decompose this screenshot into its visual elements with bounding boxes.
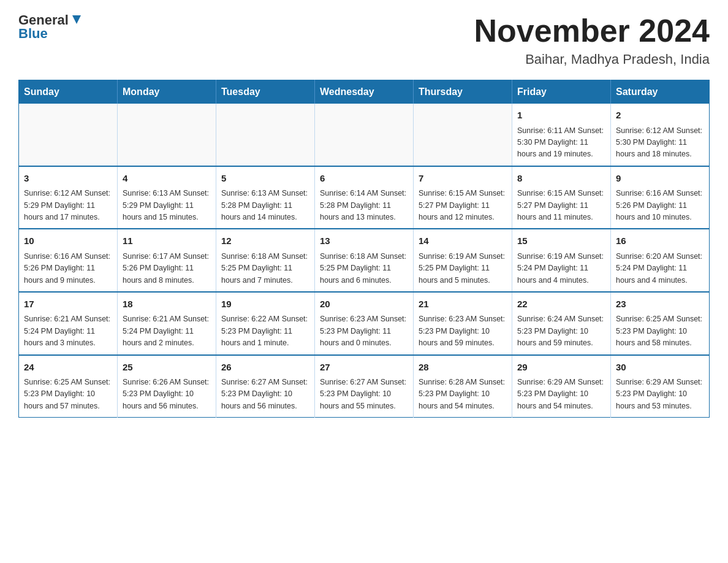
day-number: 3 xyxy=(24,172,112,186)
day-info: Sunrise: 6:25 AM Sunset: 5:23 PM Dayligh… xyxy=(616,313,704,349)
day-number: 4 xyxy=(123,172,211,186)
day-info: Sunrise: 6:24 AM Sunset: 5:23 PM Dayligh… xyxy=(517,313,605,349)
day-cell: 23Sunrise: 6:25 AM Sunset: 5:23 PM Dayli… xyxy=(611,292,710,355)
day-cell: 16Sunrise: 6:20 AM Sunset: 5:24 PM Dayli… xyxy=(611,229,710,292)
day-cell: 4Sunrise: 6:13 AM Sunset: 5:29 PM Daylig… xyxy=(118,166,216,229)
day-cell: 24Sunrise: 6:25 AM Sunset: 5:23 PM Dayli… xyxy=(19,355,118,418)
location-title: Baihar, Madhya Pradesh, India xyxy=(474,52,710,67)
calendar-table: SundayMondayTuesdayWednesdayThursdayFrid… xyxy=(18,80,710,418)
week-row-3: 10Sunrise: 6:16 AM Sunset: 5:26 PM Dayli… xyxy=(19,229,710,292)
day-info: Sunrise: 6:23 AM Sunset: 5:23 PM Dayligh… xyxy=(419,313,507,349)
month-title: November 2024 xyxy=(474,12,710,49)
day-info: Sunrise: 6:14 AM Sunset: 5:28 PM Dayligh… xyxy=(320,188,408,223)
day-cell: 8Sunrise: 6:15 AM Sunset: 5:27 PM Daylig… xyxy=(512,166,611,229)
day-number: 16 xyxy=(616,234,704,248)
day-cell: 5Sunrise: 6:13 AM Sunset: 5:28 PM Daylig… xyxy=(216,166,315,229)
day-info: Sunrise: 6:20 AM Sunset: 5:24 PM Dayligh… xyxy=(616,251,704,286)
day-cell: 30Sunrise: 6:29 AM Sunset: 5:23 PM Dayli… xyxy=(611,355,710,418)
header-saturday: Saturday xyxy=(611,80,710,104)
day-cell: 19Sunrise: 6:22 AM Sunset: 5:23 PM Dayli… xyxy=(216,292,315,355)
day-info: Sunrise: 6:19 AM Sunset: 5:25 PM Dayligh… xyxy=(419,251,507,286)
day-info: Sunrise: 6:11 AM Sunset: 5:30 PM Dayligh… xyxy=(517,125,605,161)
page-header: General Blue November 2024 Baihar, Madhy… xyxy=(18,12,710,67)
day-cell: 25Sunrise: 6:26 AM Sunset: 5:23 PM Dayli… xyxy=(118,355,216,418)
day-number: 1 xyxy=(517,109,605,123)
logo-part2: Blue xyxy=(18,26,48,42)
day-cell xyxy=(118,104,216,166)
day-cell: 17Sunrise: 6:21 AM Sunset: 5:24 PM Dayli… xyxy=(19,292,118,355)
day-number: 6 xyxy=(320,172,408,186)
day-cell xyxy=(315,104,414,166)
day-number: 11 xyxy=(123,234,211,248)
day-number: 23 xyxy=(616,297,704,312)
day-cell: 27Sunrise: 6:27 AM Sunset: 5:23 PM Dayli… xyxy=(315,355,414,418)
day-cell: 15Sunrise: 6:19 AM Sunset: 5:24 PM Dayli… xyxy=(512,229,611,292)
day-number: 18 xyxy=(123,297,211,312)
day-info: Sunrise: 6:25 AM Sunset: 5:23 PM Dayligh… xyxy=(24,377,112,412)
day-cell: 22Sunrise: 6:24 AM Sunset: 5:23 PM Dayli… xyxy=(512,292,611,355)
title-area: November 2024 Baihar, Madhya Pradesh, In… xyxy=(474,12,710,67)
day-cell: 3Sunrise: 6:12 AM Sunset: 5:29 PM Daylig… xyxy=(19,166,118,229)
day-number: 22 xyxy=(517,297,605,312)
day-info: Sunrise: 6:21 AM Sunset: 5:24 PM Dayligh… xyxy=(123,313,211,349)
day-number: 24 xyxy=(24,361,112,375)
day-number: 17 xyxy=(24,297,112,312)
day-info: Sunrise: 6:27 AM Sunset: 5:23 PM Dayligh… xyxy=(221,377,309,412)
day-info: Sunrise: 6:12 AM Sunset: 5:29 PM Dayligh… xyxy=(24,188,112,223)
day-cell: 9Sunrise: 6:16 AM Sunset: 5:26 PM Daylig… xyxy=(611,166,710,229)
day-info: Sunrise: 6:15 AM Sunset: 5:27 PM Dayligh… xyxy=(419,188,507,223)
day-info: Sunrise: 6:26 AM Sunset: 5:23 PM Dayligh… xyxy=(123,377,211,412)
day-cell: 18Sunrise: 6:21 AM Sunset: 5:24 PM Dayli… xyxy=(118,292,216,355)
day-info: Sunrise: 6:21 AM Sunset: 5:24 PM Dayligh… xyxy=(24,313,112,349)
day-number: 14 xyxy=(419,234,507,248)
day-cell: 1Sunrise: 6:11 AM Sunset: 5:30 PM Daylig… xyxy=(512,104,611,166)
header-thursday: Thursday xyxy=(414,80,512,104)
day-cell: 28Sunrise: 6:28 AM Sunset: 5:23 PM Dayli… xyxy=(414,355,512,418)
day-info: Sunrise: 6:16 AM Sunset: 5:26 PM Dayligh… xyxy=(616,188,704,223)
day-info: Sunrise: 6:29 AM Sunset: 5:23 PM Dayligh… xyxy=(517,377,605,412)
header-monday: Monday xyxy=(118,80,216,104)
header-friday: Friday xyxy=(512,80,611,104)
day-cell: 10Sunrise: 6:16 AM Sunset: 5:26 PM Dayli… xyxy=(19,229,118,292)
day-info: Sunrise: 6:16 AM Sunset: 5:26 PM Dayligh… xyxy=(24,251,112,286)
day-number: 15 xyxy=(517,234,605,248)
day-cell: 20Sunrise: 6:23 AM Sunset: 5:23 PM Dayli… xyxy=(315,292,414,355)
day-info: Sunrise: 6:19 AM Sunset: 5:24 PM Dayligh… xyxy=(517,251,605,286)
day-info: Sunrise: 6:13 AM Sunset: 5:28 PM Dayligh… xyxy=(221,188,309,223)
week-row-2: 3Sunrise: 6:12 AM Sunset: 5:29 PM Daylig… xyxy=(19,166,710,229)
week-row-4: 17Sunrise: 6:21 AM Sunset: 5:24 PM Dayli… xyxy=(19,292,710,355)
day-cell: 14Sunrise: 6:19 AM Sunset: 5:25 PM Dayli… xyxy=(414,229,512,292)
day-number: 29 xyxy=(517,361,605,375)
day-number: 9 xyxy=(616,172,704,186)
day-info: Sunrise: 6:23 AM Sunset: 5:23 PM Dayligh… xyxy=(320,313,408,349)
day-cell: 21Sunrise: 6:23 AM Sunset: 5:23 PM Dayli… xyxy=(414,292,512,355)
day-number: 26 xyxy=(221,361,309,375)
day-cell: 6Sunrise: 6:14 AM Sunset: 5:28 PM Daylig… xyxy=(315,166,414,229)
day-info: Sunrise: 6:13 AM Sunset: 5:29 PM Dayligh… xyxy=(123,188,211,223)
day-cell xyxy=(414,104,512,166)
day-number: 7 xyxy=(419,172,507,186)
day-info: Sunrise: 6:27 AM Sunset: 5:23 PM Dayligh… xyxy=(320,377,408,412)
header-sunday: Sunday xyxy=(19,80,118,104)
day-number: 20 xyxy=(320,297,408,312)
day-cell: 2Sunrise: 6:12 AM Sunset: 5:30 PM Daylig… xyxy=(611,104,710,166)
day-number: 13 xyxy=(320,234,408,248)
day-number: 5 xyxy=(221,172,309,186)
day-number: 25 xyxy=(123,361,211,375)
week-row-1: 1Sunrise: 6:11 AM Sunset: 5:30 PM Daylig… xyxy=(19,104,710,166)
day-info: Sunrise: 6:22 AM Sunset: 5:23 PM Dayligh… xyxy=(221,313,309,349)
header-tuesday: Tuesday xyxy=(216,80,315,104)
day-number: 2 xyxy=(616,109,704,123)
week-row-5: 24Sunrise: 6:25 AM Sunset: 5:23 PM Dayli… xyxy=(19,355,710,418)
day-cell xyxy=(19,104,118,166)
day-number: 27 xyxy=(320,361,408,375)
day-info: Sunrise: 6:18 AM Sunset: 5:25 PM Dayligh… xyxy=(320,251,408,286)
day-info: Sunrise: 6:18 AM Sunset: 5:25 PM Dayligh… xyxy=(221,251,309,286)
day-number: 8 xyxy=(517,172,605,186)
day-info: Sunrise: 6:15 AM Sunset: 5:27 PM Dayligh… xyxy=(517,188,605,223)
day-info: Sunrise: 6:17 AM Sunset: 5:26 PM Dayligh… xyxy=(123,251,211,286)
logo: General Blue xyxy=(18,12,83,42)
header-row: SundayMondayTuesdayWednesdayThursdayFrid… xyxy=(19,80,710,104)
day-number: 19 xyxy=(221,297,309,312)
day-number: 10 xyxy=(24,234,112,248)
